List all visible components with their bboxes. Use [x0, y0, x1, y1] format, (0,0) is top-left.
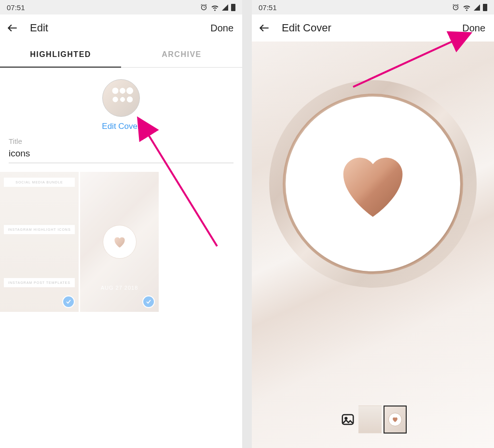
marble-heart-circle	[103, 225, 137, 259]
bundle-text: INSTAGRAM HIGHLIGHT ICONS	[4, 225, 75, 234]
done-button[interactable]: Done	[462, 23, 488, 34]
back-button[interactable]	[6, 21, 19, 35]
status-bar: 07:51	[0, 0, 242, 14]
gallery-picker-button[interactable]	[339, 411, 357, 428]
battery-icon	[231, 4, 235, 11]
header: Edit Done	[0, 14, 242, 42]
signal-icon	[222, 4, 228, 11]
done-button[interactable]: Done	[210, 23, 236, 34]
header-title: Edit Cover	[282, 22, 462, 34]
header: Edit Cover Done	[252, 14, 494, 42]
phone-left: 07:51 Edit Done HIGHLIGHTED ARCHIVE Edit…	[0, 0, 242, 448]
back-button[interactable]	[258, 21, 271, 35]
status-icons	[200, 3, 235, 12]
battery-icon	[483, 4, 487, 11]
cover-thumb-2[interactable]	[384, 406, 407, 434]
heart-icon	[332, 148, 414, 220]
alarm-icon	[452, 3, 460, 12]
story-date: AUG 27 2018	[101, 285, 138, 291]
tabs: HIGHLIGHTED ARCHIVE	[0, 42, 242, 68]
title-label: Title	[9, 137, 233, 145]
cover-thumbnail[interactable]	[102, 79, 140, 117]
status-time: 07:51	[259, 3, 277, 12]
alarm-icon	[200, 3, 208, 12]
tab-highlighted[interactable]: HIGHLIGHTED	[0, 42, 121, 67]
title-input[interactable]	[9, 146, 233, 163]
edit-cover-link[interactable]: Edit Cover	[102, 122, 140, 131]
wifi-icon	[463, 3, 471, 12]
status-icons	[452, 3, 487, 12]
selected-check-icon	[142, 295, 155, 308]
cover-editor-canvas[interactable]	[252, 42, 494, 448]
story-item-2[interactable]: AUG 27 2018	[80, 172, 159, 312]
cover-crop-circle[interactable]	[269, 80, 477, 288]
tab-archive[interactable]: ARCHIVE	[121, 42, 242, 67]
bundle-text: INSTAGRAM POST TEMPLATES	[4, 278, 75, 287]
bundle-text: SOCIAL MEDIA BUNDLE	[4, 178, 75, 187]
heart-icon	[112, 236, 127, 248]
phone-right: 07:51 Edit Cover Done	[252, 0, 494, 448]
heart-icon	[392, 417, 398, 422]
status-bar: 07:51	[252, 0, 494, 14]
title-section: Title	[0, 134, 242, 163]
status-time: 07:51	[7, 3, 25, 12]
header-title: Edit	[30, 22, 210, 34]
cover-source-thumbnails	[339, 406, 407, 434]
signal-icon	[474, 4, 480, 11]
cover-thumb-1[interactable]	[358, 406, 382, 434]
svg-point-2	[345, 418, 347, 420]
cover-section: Edit Cover	[0, 68, 242, 134]
selected-check-icon	[62, 295, 75, 308]
wifi-icon	[211, 3, 219, 12]
story-item-1[interactable]: SOCIAL MEDIA BUNDLE INSTAGRAM HIGHLIGHT …	[0, 172, 79, 312]
stories-grid: SOCIAL MEDIA BUNDLE INSTAGRAM HIGHLIGHT …	[0, 163, 242, 312]
